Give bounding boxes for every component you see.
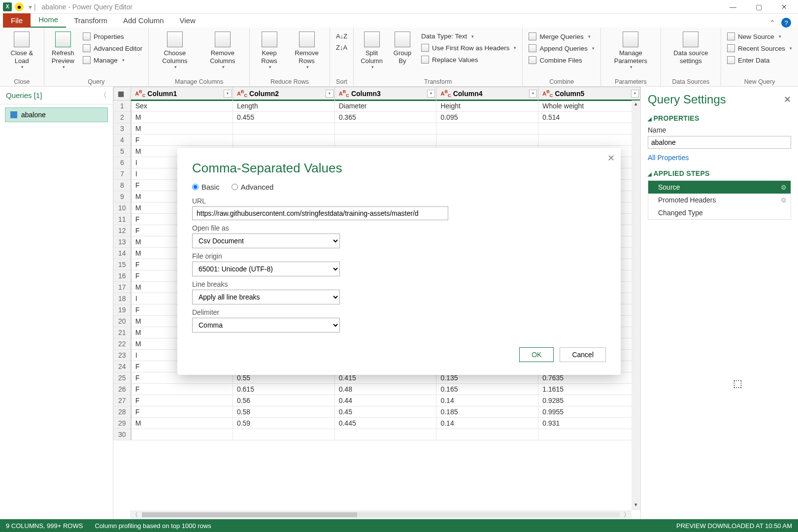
advanced-editor-button[interactable]: Advanced Editor (81, 43, 144, 53)
row-number[interactable]: 27 (114, 395, 131, 406)
cell[interactable]: 0.14 (436, 395, 538, 406)
replace-values-button[interactable]: Replace Values (419, 55, 519, 65)
cell[interactable]: 0.14 (436, 417, 538, 429)
row-number[interactable]: 15 (114, 259, 131, 270)
row-number[interactable]: 3 (114, 123, 131, 134)
cell[interactable]: 0.615 (233, 383, 334, 395)
all-properties-link[interactable]: All Properties (648, 154, 791, 162)
file-origin-select[interactable]: 65001: Unicode (UTF-8) (192, 262, 340, 276)
cell[interactable]: 0.44 (334, 395, 436, 406)
cell[interactable]: Length (233, 100, 334, 111)
row-number[interactable]: 10 (114, 202, 131, 213)
cell[interactable] (334, 123, 436, 134)
filter-dropdown-icon[interactable]: ▾ (529, 90, 537, 98)
cell[interactable]: 0.165 (436, 383, 538, 395)
cell[interactable] (436, 429, 538, 440)
row-header-corner[interactable]: ▦ (114, 87, 131, 100)
cell[interactable] (334, 134, 436, 145)
cell[interactable] (233, 134, 334, 145)
column-header[interactable]: ABCColumn1▾ (131, 87, 233, 100)
step-changed-type[interactable]: Changed Type (648, 206, 791, 219)
row-number[interactable]: 14 (114, 247, 131, 259)
maximize-button[interactable]: ▢ (748, 1, 769, 13)
step-promoted-headers[interactable]: Promoted Headers⚙ (648, 194, 791, 206)
cell[interactable]: 0.9955 (538, 406, 640, 417)
query-name-input[interactable] (648, 136, 791, 149)
row-number[interactable]: 4 (114, 134, 131, 145)
collapse-queries-icon[interactable]: 〈 (100, 91, 107, 100)
cell[interactable]: 0.48 (334, 383, 436, 395)
cell[interactable]: 0.455 (233, 111, 334, 123)
row-number[interactable]: 24 (114, 361, 131, 372)
remove-columns-button[interactable]: Remove Columns (200, 30, 245, 71)
tab-file[interactable]: File (3, 13, 31, 28)
column-header[interactable]: ABCColumn2▾ (233, 87, 334, 100)
row-number[interactable]: 28 (114, 406, 131, 417)
cell[interactable]: M (131, 111, 233, 123)
cell[interactable]: 0.59 (233, 417, 334, 429)
step-source[interactable]: Source⚙ (648, 181, 791, 194)
radio-basic[interactable]: Basic (192, 183, 220, 191)
row-number[interactable]: 11 (114, 213, 131, 225)
split-column-button[interactable]: Split Column (358, 30, 386, 71)
row-number[interactable]: 30 (114, 429, 131, 440)
cell[interactable]: 0.095 (436, 111, 538, 123)
new-source-button[interactable]: New Source (725, 32, 794, 41)
cancel-button[interactable]: Cancel (560, 347, 606, 362)
horizontal-scrollbar[interactable]: 〈〉 (130, 510, 632, 519)
gear-icon[interactable]: ⚙ (781, 197, 787, 204)
tab-home[interactable]: Home (31, 12, 66, 28)
manage-button[interactable]: Manage (81, 55, 144, 65)
filter-dropdown-icon[interactable]: ▾ (326, 90, 333, 98)
cell[interactable] (233, 429, 334, 440)
tab-add-column[interactable]: Add Column (115, 13, 172, 28)
merge-queries-button[interactable]: Merge Queries (527, 32, 597, 41)
close-settings-button[interactable]: ✕ (784, 94, 791, 105)
choose-columns-button[interactable]: Choose Columns (153, 30, 197, 71)
cell[interactable]: 0.445 (334, 417, 436, 429)
gear-icon[interactable]: ⚙ (781, 184, 787, 191)
dialog-close-button[interactable]: ✕ (607, 153, 615, 164)
close-load-button[interactable]: Close & Load (4, 30, 40, 71)
table-icon[interactable]: ▦ (118, 90, 124, 98)
row-number[interactable]: 17 (114, 281, 131, 293)
cell[interactable] (334, 429, 436, 440)
refresh-preview-button[interactable]: Refresh Preview (48, 30, 78, 71)
open-as-select[interactable]: Csv Document (192, 233, 340, 248)
cell[interactable]: M (131, 123, 233, 134)
row-number[interactable]: 29 (114, 417, 131, 429)
first-row-headers-button[interactable]: Use First Row as Headers (419, 43, 519, 53)
row-number[interactable]: 13 (114, 236, 131, 247)
vertical-scrollbar[interactable]: ▴▾ (632, 100, 640, 510)
cell[interactable]: 0.185 (436, 406, 538, 417)
filter-dropdown-icon[interactable]: ▾ (224, 90, 232, 98)
row-number[interactable]: 7 (114, 168, 131, 179)
row-number[interactable]: 22 (114, 338, 131, 349)
cell[interactable]: 0.931 (538, 417, 640, 429)
cell[interactable]: Diameter (334, 100, 436, 111)
cell[interactable] (131, 429, 233, 440)
cell[interactable]: Height (436, 100, 538, 111)
recent-sources-button[interactable]: Recent Sources (725, 43, 794, 53)
radio-basic-input[interactable] (192, 184, 199, 190)
close-window-button[interactable]: ✕ (773, 1, 795, 13)
row-number[interactable]: 25 (114, 372, 131, 383)
cell[interactable]: 0.365 (334, 111, 436, 123)
append-queries-button[interactable]: Append Queries (527, 43, 597, 53)
cell[interactable]: 1.1615 (538, 383, 640, 395)
cell[interactable]: Whole weight (538, 100, 640, 111)
scroll-right-icon[interactable]: 〉 (624, 511, 630, 519)
cell[interactable]: Sex (131, 100, 233, 111)
delimiter-select[interactable]: Comma (192, 318, 340, 332)
cell[interactable] (436, 134, 538, 145)
enter-data-button[interactable]: Enter Data (725, 55, 794, 65)
smiley-icon[interactable]: ☻ (15, 2, 24, 11)
radio-advanced[interactable]: Advanced (232, 183, 274, 191)
row-number[interactable]: 9 (114, 191, 131, 202)
tab-view[interactable]: View (172, 13, 203, 28)
cell[interactable]: F (131, 383, 233, 395)
row-number[interactable]: 18 (114, 293, 131, 304)
cell[interactable]: F (131, 395, 233, 406)
line-breaks-select[interactable]: Apply all line breaks (192, 290, 340, 304)
row-number[interactable]: 5 (114, 145, 131, 157)
